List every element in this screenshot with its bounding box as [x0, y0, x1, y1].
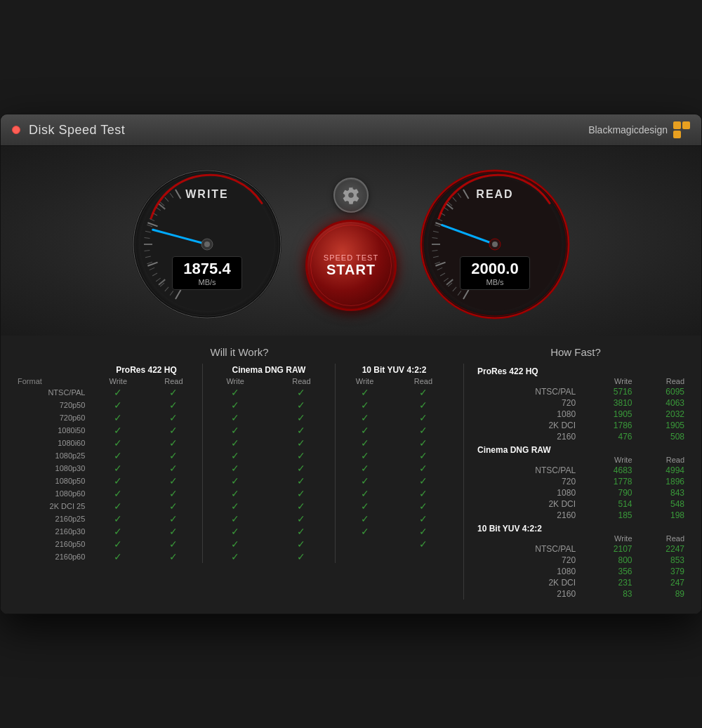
data-section: Will it Work? How Fast? ProRes 422 HQ Ci… [1, 336, 701, 614]
will-table-row: 2160p25✓✓✓✓✓✓ [15, 512, 453, 525]
svg-point-65 [492, 241, 498, 247]
brand-cell-3 [673, 131, 681, 138]
check-mark: ✓ [297, 463, 305, 474]
check-mark: ✓ [169, 425, 178, 436]
check-mark: ✓ [231, 513, 239, 524]
brand-cell-4 [682, 131, 690, 138]
format-cell: 1080p30 [15, 462, 91, 475]
check-mark: ✓ [361, 425, 369, 436]
check-mark: ✓ [361, 526, 369, 537]
will-table-row: 1080i60✓✓✓✓✓✓ [15, 437, 453, 449]
how-data-row: 2K DCI514548 [475, 498, 687, 510]
check-mark: ✓ [169, 412, 178, 423]
check-mark: ✓ [114, 437, 122, 449]
will-table-row: 2160p60✓✓✓✓ [15, 550, 453, 563]
how-data-row: 108019052032 [475, 409, 687, 420]
format-cell: 2160p50 [15, 538, 91, 550]
check-mark: ✓ [231, 526, 239, 537]
write-unit: MB/s [180, 278, 234, 286]
check-mark: ✓ [169, 475, 178, 487]
tables-row: ProRes 422 HQ Cinema DNG RAW 10 Bit YUV … [15, 364, 687, 600]
start-label-top: SPEED TEST [324, 253, 378, 262]
check-mark: ✓ [114, 501, 122, 512]
start-button[interactable]: SPEED TEST START [305, 220, 397, 311]
check-mark: ✓ [231, 437, 239, 449]
check-mark: ✓ [297, 450, 305, 461]
will-table-row: 1080i50✓✓✓✓✓✓ [15, 424, 453, 437]
will-table-row: 1080p60✓✓✓✓✓✓ [15, 487, 453, 500]
check-mark: ✓ [419, 513, 428, 524]
app-title: Disk Speed Test [29, 123, 125, 138]
check-mark: ✓ [231, 488, 239, 499]
gear-icon [342, 186, 360, 204]
check-mark: ✓ [114, 526, 122, 537]
check-mark: ✓ [231, 538, 239, 550]
format-cell: 2160p60 [15, 550, 91, 563]
how-data-row: 2160476508 [475, 431, 687, 442]
format-cell: 1080i50 [15, 424, 91, 437]
close-button[interactable] [12, 126, 20, 134]
will-table-row: 2160p50✓✓✓✓✓ [15, 538, 453, 550]
format-col-header [15, 364, 91, 376]
brand-name: Blackmagicdesign [588, 124, 668, 135]
cdng-read-label: Read [268, 376, 336, 386]
check-mark: ✓ [169, 513, 178, 524]
brand-logo: Blackmagicdesign [588, 121, 690, 138]
start-label-main: START [326, 262, 376, 278]
check-mark: ✓ [169, 399, 178, 411]
check-mark: ✓ [169, 437, 178, 449]
check-mark: ✓ [297, 425, 305, 436]
how-col-header: WriteRead [475, 456, 687, 465]
will-table-row: NTSC/PAL✓✓✓✓✓✓ [15, 386, 453, 399]
check-mark: ✓ [169, 450, 178, 461]
format-cell: 2160p25 [15, 512, 91, 525]
check-mark: ✓ [169, 501, 178, 512]
check-mark: ✓ [297, 526, 305, 537]
check-mark: ✓ [361, 463, 369, 474]
how-data-row: 2K DCI231247 [475, 577, 687, 588]
how-data-row: 21608389 [475, 588, 687, 600]
gear-button[interactable] [333, 178, 369, 213]
check-mark: ✓ [297, 551, 305, 562]
check-mark: ✓ [419, 412, 428, 423]
check-mark: ✓ [231, 475, 239, 487]
will-table-row: 2160p30✓✓✓✓✓✓ [15, 525, 453, 538]
check-mark: ✓ [419, 475, 428, 487]
check-mark: ✓ [297, 538, 305, 550]
how-col-header: WriteRead [475, 377, 687, 386]
check-mark: ✓ [231, 399, 239, 411]
how-group-header: 10 Bit YUV 4:2:2 [475, 521, 687, 534]
check-mark: ✓ [231, 425, 239, 436]
how-data-row: 720800853 [475, 555, 687, 566]
how-fast-header: How Fast? [464, 346, 687, 358]
how-group-header: Cinema DNG RAW [475, 442, 687, 456]
check-mark: ✓ [361, 450, 369, 461]
check-mark: ✓ [419, 387, 428, 398]
format-cell: NTSC/PAL [15, 386, 91, 399]
check-mark: ✓ [114, 425, 122, 436]
svg-point-32 [204, 241, 210, 247]
check-mark: ✓ [231, 412, 239, 423]
write-value: 1875.4 [180, 260, 234, 278]
how-data-row: NTSC/PAL21072247 [475, 543, 687, 555]
check-mark: ✓ [114, 488, 122, 499]
write-gauge: WRITE 1875.4 MB/s [130, 167, 284, 322]
will-table-row: 1080p25✓✓✓✓✓✓ [15, 449, 453, 462]
yuv-header: 10 Bit YUV 4:2:2 [336, 364, 453, 376]
will-it-work-table: ProRes 422 HQ Cinema DNG RAW 10 Bit YUV … [15, 364, 464, 600]
title-bar: Disk Speed Test Blackmagicdesign [1, 114, 701, 146]
check-mark: ✓ [169, 551, 178, 562]
check-mark: ✓ [419, 450, 428, 461]
how-col-header: WriteRead [475, 534, 687, 543]
format-cell: 1080p50 [15, 475, 91, 487]
how-data-row: 1080790843 [475, 487, 687, 498]
check-mark: ✓ [297, 488, 305, 499]
check-mark: ✓ [297, 387, 305, 398]
check-mark: ✓ [114, 475, 122, 487]
section-headers: Will it Work? How Fast? [15, 346, 687, 358]
will-table-row: 1080p50✓✓✓✓✓✓ [15, 475, 453, 487]
read-gauge: READ 2000.0 MB/s [418, 167, 572, 322]
format-label: Format [15, 376, 91, 386]
check-mark: ✓ [361, 387, 369, 398]
check-mark: ✓ [297, 475, 305, 487]
